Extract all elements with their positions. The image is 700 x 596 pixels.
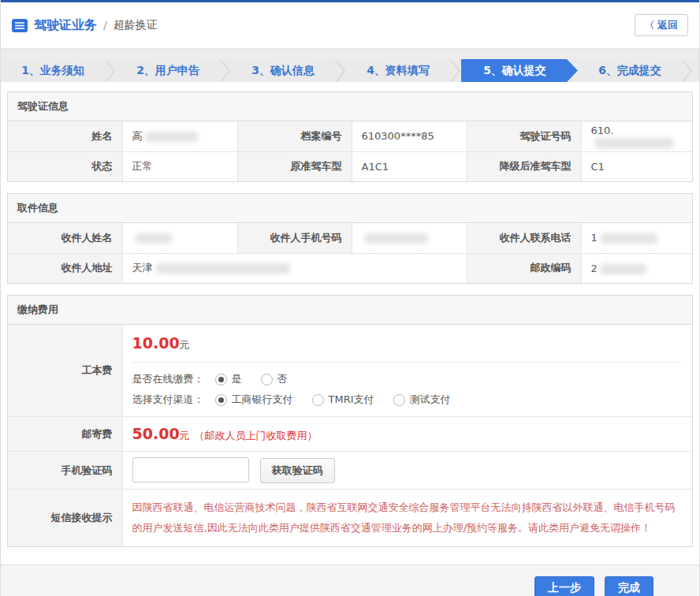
orig-class-value: A1C1 xyxy=(352,151,467,181)
page-header: 驾驶证业务 / 超龄换证 〈 返回 xyxy=(1,2,699,49)
fee-amount-line: 10.00元 xyxy=(132,334,682,352)
finish-button[interactable]: 完成 xyxy=(605,576,653,596)
redacted-value xyxy=(365,233,428,244)
channel-test-radio[interactable]: 测试支付 xyxy=(393,393,451,407)
step-1-business-notice[interactable]: 1、业务须知 xyxy=(1,59,105,82)
table-row: 收件人姓名 收件人手机号码 收件人联系电话 1 xyxy=(8,223,692,253)
online-pay-yes-radio[interactable]: 是 xyxy=(215,372,242,386)
fee-divider xyxy=(132,362,682,363)
page: 驾驶证业务 / 超龄换证 〈 返回 1、业务须知 2、用户申告 3、确认信息 4… xyxy=(0,0,700,596)
recipient-name-label: 收件人姓名 xyxy=(8,223,122,253)
license-info-title: 驾驶证信息 xyxy=(8,92,692,121)
online-pay-question: 是否在线缴费： xyxy=(132,372,204,386)
step-5-confirm-submit-active[interactable]: 5、确认提交 xyxy=(461,59,578,82)
fee-amount: 10.00 xyxy=(132,334,180,352)
channel-test-label: 测试支付 xyxy=(410,393,451,407)
previous-step-button[interactable]: 上一步 xyxy=(534,576,594,596)
step-6-finish-submit[interactable]: 6、完成提交 xyxy=(578,59,682,82)
redacted-value xyxy=(146,132,198,142)
channel-icbc-label: 工商银行支付 xyxy=(232,393,293,407)
sms-notice-text: 因陕西省联通、电信运营商技术问题，陕西省互联网交通安全综合服务管理平台无法向持陕… xyxy=(132,497,681,538)
captcha-label: 手机验证码 xyxy=(8,452,122,490)
online-pay-no-label: 否 xyxy=(277,372,288,386)
address-value: 天津 xyxy=(122,253,467,283)
down-class-label: 降级后准驾车型 xyxy=(467,151,581,181)
postage-cell: 50.00元（邮政人员上门收取费用） xyxy=(122,417,692,452)
breadcrumb-separator: / xyxy=(103,19,107,32)
contact-phone-label: 收件人联系电话 xyxy=(467,223,581,253)
status-label: 状态 xyxy=(8,151,122,181)
postage-label: 邮寄费 xyxy=(8,417,122,452)
pay-channel-question-row: 选择支付渠道： 工商银行支付 TMRI支付 测试支付 xyxy=(132,393,682,407)
page-subtitle: 超龄换证 xyxy=(114,18,158,32)
recipient-mobile-label: 收件人手机号码 xyxy=(237,223,352,253)
table-row: 姓名 高 档案编号 610300****85 驾驶证号码 610. xyxy=(8,121,692,151)
table-row: 状态 正常 原准驾车型 A1C1 降级后准驾车型 C1 xyxy=(8,151,692,181)
table-row: 工本费 10.00元 是否在线缴费： 是 xyxy=(8,325,692,417)
redacted-value xyxy=(136,233,172,244)
channel-tmri-radio[interactable]: TMRI支付 xyxy=(312,393,374,407)
step-separator-icon xyxy=(105,59,116,82)
redacted-value xyxy=(601,264,646,274)
license-no-value: 610. xyxy=(581,121,692,151)
pickup-info-title: 取件信息 xyxy=(8,194,692,223)
status-value: 正常 xyxy=(122,151,237,181)
fee-cell: 10.00元 是否在线缴费： 是 否 xyxy=(122,325,692,417)
online-pay-yes-label: 是 xyxy=(232,372,242,386)
table-row: 收件人地址 天津 邮政编码 2 xyxy=(8,253,692,283)
radio-checked-icon xyxy=(215,394,227,406)
radio-checked-icon xyxy=(215,374,227,386)
channel-tmri-label: TMRI支付 xyxy=(329,393,374,407)
postage-unit: 元 xyxy=(180,430,190,441)
address-label: 收件人地址 xyxy=(8,253,122,283)
redacted-value xyxy=(156,263,290,274)
main-content: 驾驶证信息 姓名 高 档案编号 610300****85 驾驶证号码 610. … xyxy=(1,82,699,564)
back-button[interactable]: 〈 返回 xyxy=(635,14,688,36)
payment-title: 缴纳费用 xyxy=(8,296,692,325)
radio-unchecked-icon xyxy=(393,394,405,406)
step-separator-icon xyxy=(682,59,693,82)
down-class-value: C1 xyxy=(581,151,692,181)
page-title: 驾驶证业务 xyxy=(34,17,97,34)
table-row: 短信接收提示 因陕西省联通、电信运营商技术问题，陕西省互联网交通安全综合服务管理… xyxy=(8,490,692,547)
step-separator-icon xyxy=(450,59,461,82)
license-no-label: 驾驶证号码 xyxy=(467,121,581,151)
license-info-section: 驾驶证信息 姓名 高 档案编号 610300****85 驾驶证号码 610. … xyxy=(7,91,693,182)
file-no-value: 610300****85 xyxy=(352,121,467,151)
captcha-input[interactable] xyxy=(132,457,249,482)
channel-icbc-radio[interactable]: 工商银行支付 xyxy=(215,393,293,407)
fee-unit: 元 xyxy=(180,339,190,351)
sms-tip-label: 短信接收提示 xyxy=(8,490,122,547)
online-pay-no-radio[interactable]: 否 xyxy=(261,372,288,386)
payment-section: 缴纳费用 工本费 10.00元 是否在线缴费： 是 xyxy=(7,295,693,547)
online-pay-question-row: 是否在线缴费： 是 否 xyxy=(132,372,682,386)
payment-table: 工本费 10.00元 是否在线缴费： 是 xyxy=(8,325,692,546)
footer-actions: 上一步 完成 xyxy=(1,564,699,596)
license-info-table: 姓名 高 档案编号 610300****85 驾驶证号码 610. 状态 正常 … xyxy=(8,121,692,181)
pay-channel-question: 选择支付渠道： xyxy=(132,393,204,407)
step-3-confirm-info[interactable]: 3、确认信息 xyxy=(231,59,335,82)
step-separator-icon xyxy=(220,59,231,82)
name-value: 高 xyxy=(122,121,237,151)
name-label: 姓名 xyxy=(8,121,122,151)
radio-unchecked-icon xyxy=(261,374,273,386)
radio-unchecked-icon xyxy=(312,394,324,406)
back-button-label: 返回 xyxy=(657,18,678,32)
sms-tip-cell: 因陕西省联通、电信运营商技术问题，陕西省互联网交通安全综合服务管理平台无法向持陕… xyxy=(122,490,692,547)
breadcrumb: 驾驶证业务 / 超龄换证 xyxy=(12,17,158,34)
contact-phone-value: 1 xyxy=(581,223,692,253)
step-separator-icon xyxy=(335,59,346,82)
step-4-fill-materials[interactable]: 4、资料填写 xyxy=(346,59,450,82)
step-wizard: 1、业务须知 2、用户申告 3、确认信息 4、资料填写 5、确认提交 6、完成提… xyxy=(1,59,699,82)
redacted-value xyxy=(594,138,673,148)
file-no-label: 档案编号 xyxy=(237,121,352,151)
get-captcha-button[interactable]: 获取验证码 xyxy=(260,458,335,483)
fee-label: 工本费 xyxy=(8,325,122,417)
step-2-user-declaration[interactable]: 2、用户申告 xyxy=(116,59,220,82)
postage-amount: 50.00 xyxy=(132,425,180,442)
list-icon xyxy=(12,19,28,32)
postcode-value: 2 xyxy=(581,253,692,283)
table-row: 手机验证码 获取验证码 xyxy=(8,452,692,490)
back-chevron-icon: 〈 xyxy=(645,19,654,32)
recipient-mobile-value xyxy=(352,223,467,253)
